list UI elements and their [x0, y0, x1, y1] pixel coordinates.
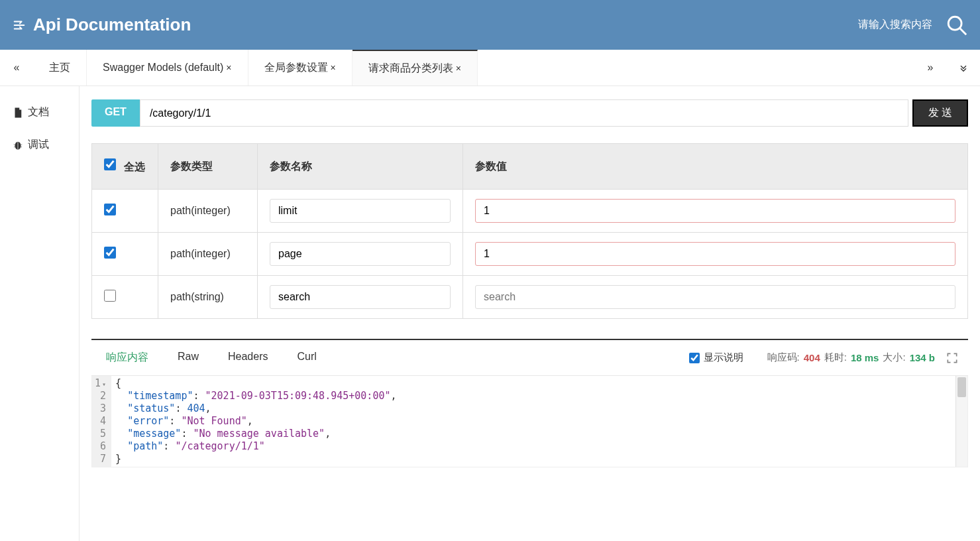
response-json-editor[interactable]: 1 2 3 4 5 6 7 { "timestamp": "2021-09-03… — [91, 376, 968, 467]
svg-line-5 — [21, 144, 23, 145]
bug-icon — [12, 139, 24, 151]
close-icon[interactable]: × — [331, 62, 336, 73]
sidebar-item-debug[interactable]: 调试 — [0, 129, 79, 161]
code-body: { "timestamp": "2021-09-03T15:09:48.945+… — [111, 376, 967, 467]
tabs-menu-icon[interactable] — [947, 50, 980, 86]
row-checkbox[interactable] — [104, 290, 116, 302]
table-row: path(integer) — [92, 233, 968, 276]
response-size-value: 134 b — [910, 352, 935, 363]
response-code-label: 响应码: — [767, 351, 800, 364]
show-description-checkbox[interactable] — [689, 353, 700, 363]
tab-label: Swagger Models (default) — [103, 62, 223, 74]
search-input-placeholder[interactable]: 请输入搜索内容 — [858, 18, 932, 32]
col-param-name: 参数名称 — [258, 144, 463, 190]
send-button[interactable]: 发 送 — [912, 99, 968, 127]
col-param-value: 参数值 — [463, 144, 968, 190]
fullscreen-icon[interactable] — [946, 351, 959, 365]
line-gutter: 1 2 3 4 5 6 7 — [92, 376, 111, 467]
response-tab-content[interactable]: 响应内容 — [91, 339, 163, 375]
sidebar-item-label: 调试 — [28, 138, 49, 152]
close-icon[interactable]: × — [226, 62, 231, 73]
response-code-value: 404 — [804, 352, 820, 363]
response-time-value: 18 ms — [851, 352, 879, 363]
request-url-input[interactable] — [140, 99, 908, 127]
sidebar: 文档 调试 — [0, 86, 80, 541]
svg-line-1 — [959, 28, 966, 34]
param-value-input[interactable] — [475, 242, 955, 266]
response-tab-raw[interactable]: Raw — [163, 340, 213, 375]
param-name-input[interactable] — [270, 242, 451, 266]
tabs-scroll-right-icon[interactable]: » — [914, 50, 947, 86]
col-select-all: 全选 — [92, 144, 158, 190]
param-value-input[interactable] — [475, 199, 955, 223]
document-icon — [12, 107, 24, 119]
tab-swagger-models[interactable]: Swagger Models (default)× — [87, 50, 248, 86]
tab-home[interactable]: 主页 — [33, 50, 87, 86]
app-header: Api Documentation 请输入搜索内容 — [0, 0, 980, 50]
response-size-label: 大小: — [883, 351, 905, 364]
app-title: Api Documentation — [33, 15, 858, 35]
tabs-scroll-left-icon[interactable]: « — [0, 50, 33, 86]
sidebar-item-doc[interactable]: 文档 — [0, 96, 79, 129]
param-type-cell: path(integer) — [158, 190, 258, 233]
vertical-scrollbar[interactable] — [955, 376, 967, 467]
response-tab-curl[interactable]: Curl — [283, 340, 331, 375]
tab-label: 全局参数设置 — [264, 61, 328, 75]
search-icon[interactable] — [946, 14, 968, 36]
response-section: 响应内容 Raw Headers Curl 显示说明 响应码:404 耗时:18… — [91, 339, 968, 467]
col-param-type: 参数类型 — [158, 144, 258, 190]
content-pane: GET 发 送 全选 参数类型 参数名称 参数值 path(integer)pa… — [80, 86, 980, 541]
svg-line-6 — [14, 147, 15, 147]
menu-toggle-icon[interactable] — [12, 18, 27, 32]
tab-label: 主页 — [49, 61, 70, 75]
param-value-input[interactable] — [475, 285, 955, 309]
response-time-label: 耗时: — [824, 351, 847, 364]
tab-global-params[interactable]: 全局参数设置× — [248, 50, 353, 86]
response-header: 响应内容 Raw Headers Curl 显示说明 响应码:404 耗时:18… — [91, 340, 968, 376]
param-type-cell: path(integer) — [158, 233, 258, 276]
request-bar: GET 发 送 — [91, 99, 968, 127]
sidebar-item-label: 文档 — [28, 105, 49, 119]
table-row: path(integer) — [92, 190, 968, 233]
param-name-input[interactable] — [270, 285, 451, 309]
row-checkbox[interactable] — [104, 204, 116, 215]
row-checkbox[interactable] — [104, 247, 116, 259]
param-type-cell: path(string) — [158, 276, 258, 319]
table-row: path(string) — [92, 276, 968, 319]
show-description-label: 显示说明 — [704, 351, 743, 364]
col-header-label: 全选 — [124, 161, 145, 172]
tab-label: 请求商品分类列表 — [368, 62, 453, 76]
select-all-checkbox[interactable] — [104, 158, 116, 170]
svg-point-0 — [948, 17, 961, 30]
tab-bar: « 主页 Swagger Models (default)× 全局参数设置× 请… — [0, 50, 980, 86]
close-icon[interactable]: × — [456, 63, 461, 74]
response-tab-headers[interactable]: Headers — [213, 340, 282, 375]
svg-line-4 — [14, 144, 15, 145]
params-table: 全选 参数类型 参数名称 参数值 path(integer)path(integ… — [91, 143, 968, 319]
svg-line-7 — [21, 147, 23, 147]
http-method-badge[interactable]: GET — [91, 99, 140, 127]
param-name-input[interactable] — [270, 199, 451, 223]
tab-category-list[interactable]: 请求商品分类列表× — [353, 50, 478, 86]
